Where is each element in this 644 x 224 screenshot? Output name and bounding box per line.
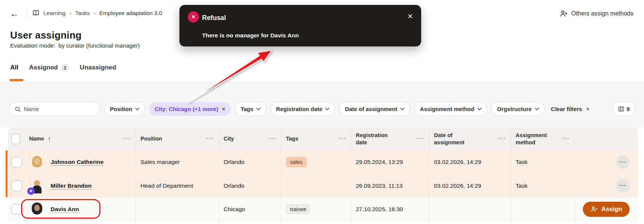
- columns-count: 9: [627, 106, 630, 112]
- clear-filters-x-icon: ×: [586, 105, 590, 113]
- learning-book-icon: [32, 10, 40, 16]
- row-checkbox[interactable]: [11, 157, 22, 167]
- breadcrumb-current: Employee adaptation 3.0: [99, 10, 162, 16]
- city-cell: Orlando: [219, 174, 281, 197]
- registration-date-cell: 27.10.2025, 16:30: [351, 198, 429, 221]
- column-header-date-of-assignment: Date of assignment···: [429, 127, 511, 150]
- avatar: ★: [29, 178, 44, 193]
- search-input[interactable]: [24, 106, 94, 112]
- row-actions-button[interactable]: ···: [616, 179, 630, 193]
- registration-date-filter-dropdown[interactable]: Registration date: [270, 102, 335, 116]
- evaluation-mode-label: Evaluation mode:: [10, 42, 56, 49]
- breadcrumb-tasks[interactable]: Tasks: [75, 10, 90, 16]
- avatar: [29, 154, 44, 170]
- table-row-miller-brandon: ★ Miller Brandon Head of Department Orla…: [8, 174, 638, 197]
- others-assign-methods-label: Others assign methods: [571, 10, 633, 17]
- tags-cell: [281, 174, 351, 197]
- column-menu-icon[interactable]: ···: [417, 137, 425, 140]
- name-cell: ★ Miller Brandon: [25, 174, 136, 197]
- assignment-method-filter-dropdown[interactable]: Assignment method: [414, 102, 487, 116]
- tab-unassigned[interactable]: Unassigned: [80, 64, 116, 71]
- name-cell: Johnson Catherine: [25, 150, 136, 174]
- tab-bar: All Assigned 2 Unassigned: [10, 63, 116, 72]
- ellipsis-icon: ···: [619, 161, 627, 163]
- others-assign-methods-button[interactable]: Others assign methods: [560, 10, 633, 17]
- back-button[interactable]: ←: [10, 8, 19, 19]
- sort-ascending-icon[interactable]: ↑: [48, 136, 51, 142]
- person-add-icon: [560, 10, 568, 17]
- breadcrumb-chevron-icon: ›: [69, 10, 71, 16]
- select-all-cell: [8, 127, 25, 150]
- tags-filter-dropdown[interactable]: Tags: [235, 102, 266, 116]
- registration-date-cell: 26.09.2023, 11:13: [351, 174, 429, 197]
- page-title: User assigning: [10, 29, 82, 41]
- column-menu-icon[interactable]: ···: [269, 137, 276, 140]
- breadcrumb: Learning › Tasks › Employee adaptation 3…: [32, 10, 162, 16]
- chevron-down-icon: [325, 108, 329, 110]
- tag-badge: trainee: [286, 204, 310, 215]
- row-checkbox[interactable]: [11, 181, 22, 191]
- assignment-method-cell: Task: [511, 150, 575, 174]
- user-name-link[interactable]: Davis Ann: [51, 206, 79, 213]
- breadcrumb-learning[interactable]: Learning: [43, 10, 65, 16]
- person-add-icon: [590, 206, 598, 213]
- city-filter-chip[interactable]: City: Chicago (+1 more) ×: [149, 102, 231, 116]
- position-filter-dropdown[interactable]: Position: [104, 102, 145, 116]
- table-row-johnson-catherine: Johnson Catherine Sales manager Orlando …: [8, 150, 638, 174]
- filter-bar: Position City: Chicago (+1 more) × Tags …: [9, 102, 635, 116]
- toast-title: Refusal: [202, 14, 226, 22]
- clear-filters-button[interactable]: Clear filters ×: [551, 105, 590, 113]
- row-actions-button[interactable]: ···: [616, 155, 630, 169]
- columns-settings-button[interactable]: 9: [613, 102, 635, 116]
- tags-cell: trainee: [281, 198, 351, 221]
- tab-assigned[interactable]: Assigned 2: [29, 63, 69, 72]
- evaluation-mode: Evaluation mode: by curator (functional …: [10, 42, 140, 49]
- column-menu-icon[interactable]: ···: [498, 137, 506, 140]
- column-header-actions: [575, 127, 638, 150]
- chevron-down-icon: [400, 108, 405, 110]
- registration-date-cell: 29.05.2024, 13:29: [351, 150, 429, 174]
- column-header-registration-date: Registration date···: [351, 127, 429, 150]
- column-header-position: Position···: [136, 127, 219, 150]
- date-of-assignment-filter-dropdown[interactable]: Date of assignment: [339, 102, 410, 116]
- column-header-city: City···: [219, 127, 281, 150]
- user-name-link[interactable]: Johnson Catherine: [51, 159, 103, 165]
- error-circle-icon: ×: [188, 11, 199, 23]
- date-of-assignment-cell: 03.02.2026, 14:29: [429, 150, 511, 174]
- date-of-assignment-cell: [429, 198, 511, 221]
- assigned-count-badge: 2: [61, 63, 69, 72]
- user-assigning-page: ← Learning › Tasks › Employee adaptation…: [0, 0, 644, 224]
- column-menu-icon[interactable]: ···: [338, 137, 346, 140]
- evaluation-mode-value: by curator (functional manager): [59, 42, 140, 49]
- ellipsis-icon: ···: [619, 184, 627, 187]
- tag-badge: sales: [286, 157, 307, 167]
- breadcrumb-chevron-icon: ›: [93, 10, 96, 16]
- tags-cell: sales: [281, 150, 351, 174]
- tab-all[interactable]: All: [10, 64, 19, 71]
- column-menu-icon[interactable]: ···: [562, 137, 570, 140]
- user-name-link[interactable]: Miller Brandon: [51, 182, 92, 189]
- chevron-down-icon: [256, 108, 261, 110]
- name-search-field[interactable]: [9, 102, 100, 116]
- city-cell: Orlando: [219, 150, 281, 174]
- name-cell: Davis Ann: [25, 198, 136, 221]
- column-header-name: Name ↑ ···: [25, 127, 136, 150]
- row-checkbox[interactable]: [11, 204, 22, 215]
- assigned-rows-indicator-bar: [6, 150, 8, 197]
- select-all-checkbox[interactable]: [11, 134, 20, 144]
- toast-close-icon[interactable]: ×: [408, 12, 413, 21]
- column-menu-icon[interactable]: ···: [123, 137, 131, 140]
- active-tab-indicator: [9, 79, 23, 81]
- column-menu-icon[interactable]: ···: [206, 137, 214, 140]
- date-of-assignment-cell: 03.02.2026, 14:29: [429, 174, 511, 197]
- orgstructure-filter-dropdown[interactable]: Orgstructure: [491, 102, 545, 116]
- remove-city-filter-icon[interactable]: ×: [222, 105, 225, 113]
- assign-button[interactable]: Assign: [583, 202, 630, 217]
- assign-button-label: Assign: [601, 205, 622, 213]
- column-header-tags: Tags···: [281, 127, 351, 150]
- assignment-method-cell: Task: [511, 174, 575, 197]
- toast-message: There is no manager for Davis Ann: [202, 32, 299, 39]
- search-icon: [15, 106, 21, 112]
- chevron-down-icon: [135, 108, 139, 110]
- table-header-row: Name ↑ ··· Position··· City··· Tags··· R…: [8, 127, 638, 150]
